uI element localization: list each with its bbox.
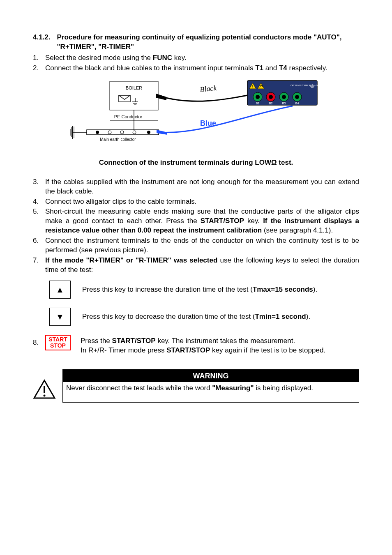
step-list-mid: 3. If the cables supplied with the instr… <box>33 177 359 275</box>
step-num: 1. <box>33 53 45 63</box>
text: (see paragraph 4.1.1). <box>262 226 333 234</box>
svg-point-13 <box>147 131 150 134</box>
text: key. <box>244 217 263 225</box>
text: In R+/R- Timer mode <box>81 346 145 354</box>
up-key-text: Press this key to increase the duration … <box>82 285 359 295</box>
step-list-top: 1. Select the desired mode using the FUN… <box>33 53 359 73</box>
svg-point-39 <box>44 394 46 396</box>
step-4: 4. Connect two alligator clips to the ca… <box>33 197 359 207</box>
up-arrow-key: ▲ <box>49 281 71 299</box>
main-earth-label: Main earth collector <box>100 137 136 142</box>
svg-point-11 <box>120 131 124 134</box>
text: ). <box>306 313 310 320</box>
step-body: Connect two alligator clips to the cable… <box>45 197 359 207</box>
svg-point-32 <box>269 95 273 99</box>
down-arrow-key: ▼ <box>49 308 71 326</box>
text: press <box>145 346 166 354</box>
terminal-t4: T4 <box>279 64 287 72</box>
step-body: Connect the instrument terminals to the … <box>45 236 359 255</box>
boiler-label: BOILER <box>126 85 142 90</box>
step-body: Short-circuit the measuring cable ends m… <box>45 207 359 235</box>
step-6: 6. Connect the instrument terminals to t… <box>33 236 359 255</box>
svg-text:!: ! <box>251 85 253 89</box>
step-body: If the cables supplied with the instrume… <box>45 177 359 196</box>
terminal-b1: B1 <box>256 102 260 105</box>
connection-figure: BOILER PE Conductor Main earth collector <box>33 77 359 150</box>
text: Never disconnect the test leads while th… <box>66 384 212 392</box>
blue-cable-label: Blue <box>200 119 216 127</box>
start-stop-key-label: START/STOP <box>201 217 244 225</box>
step-num: 8. <box>33 335 40 348</box>
svg-point-34 <box>282 95 286 99</box>
terminal-t1: T1 <box>255 64 263 72</box>
figure-caption: Connection of the instrument terminals d… <box>33 158 359 168</box>
text: is being displayed. <box>254 384 313 392</box>
warning-body: Never disconnect the test leads while th… <box>63 382 359 395</box>
text: Press the <box>81 337 112 345</box>
step-1: 1. Select the desired mode using the FUN… <box>33 53 359 63</box>
svg-point-10 <box>108 131 111 134</box>
omega-symbol: Ω <box>271 159 277 166</box>
step-5: 5. Short-circuit the measuring cable end… <box>33 207 359 235</box>
step-body: Connect the black and blue cables to the… <box>45 64 359 73</box>
step-body: If the mode "R+TIMER" or "R-TIMER" was s… <box>45 256 359 275</box>
step-num: 3. <box>33 177 45 196</box>
pe-label: PE Conductor <box>114 114 143 119</box>
step-3: 3. If the cables supplied with the instr… <box>33 177 359 196</box>
svg-point-9 <box>96 131 99 134</box>
svg-point-30 <box>256 95 260 99</box>
step-body: Select the desired mode using the FUNC k… <box>45 53 359 63</box>
tmin-label: Tmin=1 second <box>255 313 306 320</box>
start-stop-key-label: START/STOP <box>166 346 210 354</box>
down-arrow-icon: ▼ <box>56 311 64 322</box>
step-num: 4. <box>33 197 45 207</box>
text: test. <box>277 159 293 166</box>
text: respectively. <box>287 64 327 72</box>
start-stop-key-label: START/STOP <box>112 337 156 345</box>
up-key-row: ▲ Press this key to increase the duratio… <box>49 281 359 299</box>
terminal-b3: B3 <box>282 102 286 105</box>
step-8: 8. START STOP Press the START/STOP key. … <box>33 335 359 355</box>
terminal-b4: B4 <box>295 102 299 105</box>
warning-box: WARNING Never disconnect the test leads … <box>33 369 359 403</box>
measuring-word: "Measuring" <box>212 384 254 392</box>
text: key. The instrument takes the measuremen… <box>156 337 295 345</box>
black-cable-label: Black <box>199 83 217 93</box>
step-num: 2. <box>33 64 45 73</box>
warning-header: WARNING <box>63 370 359 382</box>
svg-point-36 <box>295 95 299 99</box>
panel-rating: CAT III INPUT MAX 460 V~ 265V~ <box>291 84 322 87</box>
connection-diagram-svg: BOILER PE Conductor Main earth collector <box>69 77 323 147</box>
step-body: Press the START/STOP key. The instrument… <box>76 335 359 355</box>
stop-label: STOP <box>50 343 66 349</box>
text: Connect the black and blue cables to the… <box>45 64 255 72</box>
section-heading: 4.1.2. Procedure for measuring continuit… <box>33 33 359 52</box>
down-key-text: Press this key to decrease the duration … <box>82 312 359 322</box>
start-stop-key-box: START STOP <box>45 335 71 350</box>
up-arrow-icon: ▲ <box>56 284 64 295</box>
text: Press this key to increase the duration … <box>82 286 253 293</box>
down-key-row: ▼ Press this key to decrease the duratio… <box>49 308 359 326</box>
text: and <box>263 64 279 72</box>
step-2: 2. Connect the black and blue cables to … <box>33 64 359 73</box>
step-num: 6. <box>33 236 45 255</box>
warning-content: WARNING Never disconnect the test leads … <box>62 369 359 403</box>
text: ). <box>313 286 317 293</box>
text: Connection of the instrument terminals d… <box>99 159 271 166</box>
tmax-label: Tmax=15 seconds <box>253 286 313 293</box>
text: key. <box>172 54 187 62</box>
text: Select the desired mode using the <box>45 54 153 62</box>
section-number: 4.1.2. <box>33 33 51 52</box>
start-label: START <box>48 336 67 343</box>
section-title: Procedure for measuring continuity of eq… <box>57 33 359 52</box>
text: Press this key to decrease the duration … <box>82 313 255 320</box>
text: key again if the test is to be stopped. <box>210 346 325 354</box>
func-key-label: FUNC <box>153 54 172 62</box>
step-num: 5. <box>33 207 45 235</box>
step-num: 7. <box>33 256 45 275</box>
svg-point-12 <box>133 131 136 134</box>
step-7: 7. If the mode "R+TIMER" or "R-TIMER" wa… <box>33 256 359 275</box>
text: If the mode "R+TIMER" or "R-TIMER" was s… <box>45 256 217 264</box>
terminal-b2: B2 <box>269 102 273 105</box>
warning-icon <box>33 369 58 403</box>
